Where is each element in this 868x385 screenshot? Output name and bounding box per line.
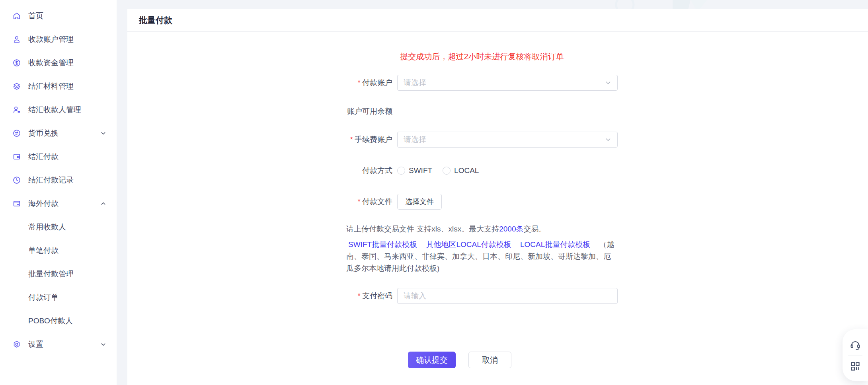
payment-account-label: *付款账户: [346, 75, 397, 91]
template-links-line: SWIFT批量付款模板 其他地区LOCAL付款模板 LOCAL批量付款模板 （越…: [346, 239, 618, 274]
chevron-down-icon: [605, 80, 611, 86]
payment-password-row: *支付密码: [346, 288, 618, 304]
sidebar-item-home[interactable]: 首页: [0, 4, 117, 27]
balance-row: 账户可用余额: [346, 107, 618, 116]
chevron-down-icon: [100, 130, 106, 136]
settings-icon: [12, 340, 21, 349]
sidebar: 首页 收款账户管理 收款资金管理 结汇材料管理 结汇收款人管理 货币兑换: [0, 0, 117, 385]
required-mark: *: [358, 292, 361, 300]
sidebar-subitem-batch-payment-mgmt[interactable]: 批量付款管理: [0, 262, 117, 286]
sidebar-subitem-single-payment[interactable]: 单笔付款: [0, 239, 117, 262]
user-list-icon: [12, 105, 21, 115]
payment-account-select[interactable]: 请选择: [397, 75, 618, 91]
radio-circle-icon: [397, 167, 405, 175]
sidebar-item-label: 货币兑换: [28, 128, 59, 138]
sidebar-item-settlement-payee-mgmt[interactable]: 结汇收款人管理: [0, 98, 117, 121]
timeout-warning-text: 提交成功后，超过2小时未进行复核将取消订单: [346, 52, 618, 61]
wallet-icon: [12, 152, 21, 161]
required-mark: *: [358, 78, 361, 87]
sidebar-subitem-label: 付款订单: [28, 292, 59, 303]
sidebar-item-label: 结汇收款人管理: [28, 105, 81, 115]
chevron-down-icon: [100, 341, 106, 347]
sidebar-item-label: 海外付款: [28, 198, 59, 209]
payment-method-label: 付款方式: [346, 163, 397, 179]
chevron-down-icon: [605, 136, 611, 143]
select-placeholder: 请选择: [404, 78, 605, 88]
fee-account-row: *手续费账户 请选择: [346, 132, 618, 148]
sidebar-subitem-pobo-payers[interactable]: POBO付款人: [0, 309, 117, 332]
page-title: 批量付款: [139, 15, 172, 26]
fee-account-label: *手续费账户: [346, 132, 397, 148]
radio-swift[interactable]: SWIFT: [397, 166, 432, 175]
payment-file-label: *付款文件: [346, 194, 397, 210]
sidebar-item-settlement-payment[interactable]: 结汇付款: [0, 145, 117, 168]
sidebar-subitem-label: POBO付款人: [28, 316, 73, 326]
swift-template-link[interactable]: SWIFT批量付款模板: [348, 240, 417, 249]
sidebar-item-receiving-funds-mgmt[interactable]: 收款资金管理: [0, 51, 117, 74]
sidebar-item-receiving-account-mgmt[interactable]: 收款账户管理: [0, 27, 117, 51]
divider: [848, 356, 862, 356]
sidebar-subitem-label: 单笔付款: [28, 245, 59, 256]
local-template-link[interactable]: LOCAL批量付款模板: [520, 240, 590, 249]
select-placeholder: 请选择: [404, 134, 605, 145]
home-icon: [12, 11, 21, 21]
sidebar-item-label: 收款资金管理: [28, 58, 74, 68]
floating-help-widget: [843, 329, 868, 381]
sidebar-subitem-label: 批量付款管理: [28, 269, 74, 279]
main-card: 批量付款 提交成功后，超过2小时未进行复核将取消订单 *付款账户 请选择 账户可…: [127, 9, 868, 385]
user-icon: [12, 35, 21, 44]
payment-password-input[interactable]: [397, 288, 618, 304]
sidebar-subitem-label: 常用收款人: [28, 222, 66, 232]
sidebar-item-settings[interactable]: 设置: [0, 332, 117, 356]
radio-circle-icon: [443, 167, 451, 175]
payment-method-row: 付款方式 SWIFT LOCAL: [346, 163, 618, 179]
batch-payment-form: 提交成功后，超过2小时未进行复核将取消订单 *付款账户 请选择 账户可用余额 *…: [346, 32, 618, 368]
qr-grid-icon[interactable]: [850, 361, 861, 372]
bank-card-icon: [12, 199, 21, 208]
max-count-link[interactable]: 2000条: [499, 225, 523, 233]
sidebar-item-label: 结汇付款: [28, 152, 59, 162]
payment-password-label: *支付密码: [346, 288, 397, 304]
exchange-icon: [12, 128, 21, 138]
chevron-up-icon: [100, 200, 106, 206]
required-mark: *: [358, 197, 361, 206]
sidebar-item-label: 结汇付款记录: [28, 175, 74, 185]
sidebar-item-settlement-payment-records[interactable]: 结汇付款记录: [0, 168, 117, 192]
required-mark: *: [350, 135, 353, 144]
sidebar-item-settlement-material-mgmt[interactable]: 结汇材料管理: [0, 74, 117, 98]
sidebar-item-label: 收款账户管理: [28, 34, 74, 45]
choose-file-button[interactable]: 选择文件: [397, 194, 442, 210]
sidebar-item-currency-exchange[interactable]: 货币兑换: [0, 121, 117, 145]
payment-account-row: *付款账户 请选择: [346, 75, 618, 91]
fee-account-select[interactable]: 请选择: [397, 132, 618, 148]
balance-label: 账户可用余额: [346, 107, 397, 116]
radio-local[interactable]: LOCAL: [443, 166, 479, 175]
clock-icon: [12, 175, 21, 185]
layers-icon: [12, 82, 21, 91]
form-actions: 确认提交 取消: [346, 352, 618, 368]
sidebar-item-label: 结汇材料管理: [28, 81, 74, 91]
cancel-button[interactable]: 取消: [468, 352, 511, 368]
sidebar-item-overseas-payment[interactable]: 海外付款: [0, 192, 117, 215]
hint-text: 交易。: [524, 225, 546, 233]
payment-file-row: *付款文件 选择文件: [346, 194, 618, 210]
upload-hint: 请上传付款交易文件 支持xls、xlsx。最大支持2000条交易。 SWIFT批…: [346, 223, 618, 274]
sidebar-subitem-frequent-payees[interactable]: 常用收款人: [0, 215, 117, 239]
sidebar-item-label: 首页: [28, 11, 43, 21]
confirm-submit-button[interactable]: 确认提交: [408, 352, 456, 368]
card-header: 批量付款: [127, 9, 868, 32]
other-local-template-link[interactable]: 其他地区LOCAL付款模板: [426, 240, 511, 249]
dollar-circle-icon: [12, 58, 21, 68]
hint-text: 请上传付款交易文件 支持xls、xlsx。最大支持: [346, 225, 499, 233]
sidebar-item-label: 设置: [28, 339, 43, 350]
sidebar-subitem-payment-orders[interactable]: 付款订单: [0, 286, 117, 309]
headset-icon[interactable]: [849, 339, 861, 351]
